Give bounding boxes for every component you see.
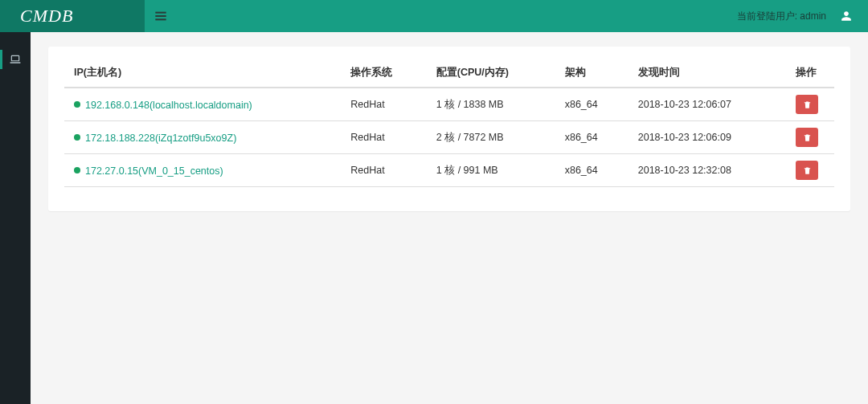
th-ip: IP(主机名) bbox=[64, 59, 341, 88]
sidebar-item-hosts[interactable] bbox=[0, 50, 31, 69]
menu-toggle-button[interactable] bbox=[145, 10, 177, 22]
user-icon bbox=[841, 10, 852, 22]
body-area: IP(主机名) 操作系统 配置(CPU/内存) 架构 发现时间 操作 192.1… bbox=[0, 32, 868, 404]
main-content: IP(主机名) 操作系统 配置(CPU/内存) 架构 发现时间 操作 192.1… bbox=[31, 32, 868, 404]
cell-config: 2 核 / 7872 MB bbox=[427, 121, 555, 154]
cell-arch: x86_64 bbox=[555, 154, 628, 187]
cell-action bbox=[786, 121, 834, 154]
hamburger-icon bbox=[154, 10, 167, 22]
topbar: CMDB 当前登陆用户: admin bbox=[0, 0, 868, 32]
cell-ip: 172.27.0.15(VM_0_15_centos) bbox=[64, 154, 341, 187]
th-config: 配置(CPU/内存) bbox=[427, 59, 555, 88]
cell-arch: x86_64 bbox=[555, 121, 628, 154]
cell-config: 1 核 / 1838 MB bbox=[427, 88, 555, 121]
ip-link[interactable]: 172.27.0.15(VM_0_15_centos) bbox=[85, 165, 223, 176]
cell-found-time: 2018-10-23 12:06:07 bbox=[628, 88, 786, 121]
cell-arch: x86_64 bbox=[555, 88, 628, 121]
ip-link[interactable]: 172.18.188.228(iZq1zotf9u5xo9Z) bbox=[85, 132, 236, 143]
th-found-time: 发现时间 bbox=[628, 59, 786, 88]
cell-action bbox=[786, 154, 834, 187]
topbar-right: 当前登陆用户: admin bbox=[145, 0, 868, 32]
current-user-label: 当前登陆用户: admin bbox=[737, 10, 826, 23]
table-row: 172.27.0.15(VM_0_15_centos)RedHat1 核 / 9… bbox=[64, 154, 834, 187]
cell-found-time: 2018-10-23 12:32:08 bbox=[628, 154, 786, 187]
brand-logo: CMDB bbox=[20, 6, 73, 27]
delete-button[interactable] bbox=[796, 128, 818, 147]
svg-rect-0 bbox=[155, 12, 166, 14]
cell-found-time: 2018-10-23 12:06:09 bbox=[628, 121, 786, 154]
svg-rect-3 bbox=[11, 55, 18, 60]
cell-ip: 192.168.0.148(localhost.localdomain) bbox=[64, 88, 341, 121]
th-action: 操作 bbox=[786, 59, 834, 88]
delete-button[interactable] bbox=[796, 95, 818, 114]
th-os: 操作系统 bbox=[341, 59, 426, 88]
sidebar bbox=[0, 32, 31, 404]
cell-action bbox=[786, 88, 834, 121]
delete-button[interactable] bbox=[796, 161, 818, 180]
trash-icon bbox=[803, 166, 812, 175]
ip-link[interactable]: 192.168.0.148(localhost.localdomain) bbox=[85, 99, 252, 110]
cell-os: RedHat bbox=[341, 88, 426, 121]
cell-os: RedHat bbox=[341, 121, 426, 154]
trash-icon bbox=[803, 100, 812, 109]
cell-ip: 172.18.188.228(iZq1zotf9u5xo9Z) bbox=[64, 121, 341, 154]
th-arch: 架构 bbox=[555, 59, 628, 88]
trash-icon bbox=[803, 133, 812, 142]
sidebar-active-indicator bbox=[0, 50, 2, 69]
hosts-table: IP(主机名) 操作系统 配置(CPU/内存) 架构 发现时间 操作 192.1… bbox=[64, 59, 834, 187]
status-dot-icon bbox=[74, 134, 80, 141]
hosts-card: IP(主机名) 操作系统 配置(CPU/内存) 架构 发现时间 操作 192.1… bbox=[48, 47, 850, 211]
svg-rect-2 bbox=[155, 18, 166, 20]
svg-rect-1 bbox=[155, 15, 166, 17]
laptop-icon bbox=[10, 55, 21, 64]
cell-config: 1 核 / 991 MB bbox=[427, 154, 555, 187]
status-dot-icon bbox=[74, 101, 80, 108]
brand-area: CMDB bbox=[0, 0, 145, 32]
table-row: 172.18.188.228(iZq1zotf9u5xo9Z)RedHat2 核… bbox=[64, 121, 834, 154]
status-dot-icon bbox=[74, 167, 80, 173]
user-avatar-button[interactable] bbox=[841, 10, 852, 22]
cell-os: RedHat bbox=[341, 154, 426, 187]
table-row: 192.168.0.148(localhost.localdomain)RedH… bbox=[64, 88, 834, 121]
table-header-row: IP(主机名) 操作系统 配置(CPU/内存) 架构 发现时间 操作 bbox=[64, 59, 834, 88]
